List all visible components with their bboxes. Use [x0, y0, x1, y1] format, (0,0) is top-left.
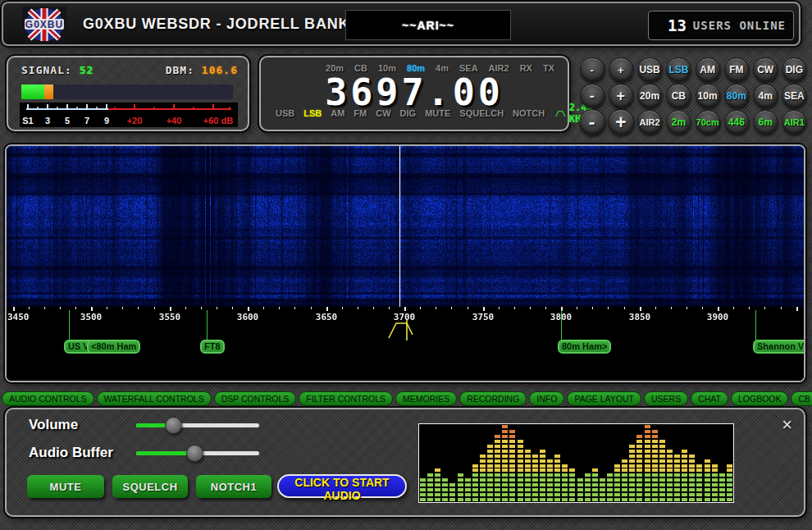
users-online-label: USERS ONLINE	[693, 19, 786, 32]
round-button-sea[interactable]: SEA	[782, 84, 806, 108]
tune-minus-row1[interactable]: -	[580, 57, 604, 82]
banner-box: ~~ARI~~	[345, 10, 511, 40]
round-button-usb[interactable]: USB	[637, 57, 662, 82]
waterfall-canvas[interactable]	[7, 146, 804, 307]
round-button-cb[interactable]: CB	[666, 84, 691, 108]
tab-logbook[interactable]: LOGBOOK	[731, 391, 789, 406]
mode-indicator-cw[interactable]: CW	[376, 108, 390, 118]
svg-text:5: 5	[65, 116, 70, 126]
mode-indicator-usb[interactable]: USB	[276, 108, 294, 118]
svg-text:+60 dB: +60 dB	[203, 116, 233, 126]
tune-minus-row3[interactable]: -	[579, 109, 605, 135]
audio-buffer-slider-thumb[interactable]	[186, 445, 203, 462]
audio-controls-panel: Volume Audio Buffer MUTE SQUELCH NOTCH1 …	[5, 408, 805, 517]
tab-cb-codes[interactable]: CB CODES	[791, 391, 812, 406]
header-bar: G0XBU G0XBU WEBSDR - JODRELL BANK ~~ARI~…	[2, 2, 801, 46]
passband-marker-icon	[387, 318, 418, 341]
tune-minus-row2[interactable]: -	[580, 84, 604, 108]
svg-text:9: 9	[104, 116, 109, 126]
signal-bar-green-segment	[21, 85, 44, 99]
station-label-line-shannon-volme	[755, 310, 756, 340]
round-button-80m[interactable]: 80m	[724, 84, 749, 108]
tab-chat[interactable]: CHAT	[691, 391, 728, 406]
audio-buffer-label: Audio Buffer	[29, 445, 113, 461]
tab-info[interactable]: INFO	[529, 391, 564, 406]
mode-indicator-notch[interactable]: NOTCH	[513, 108, 545, 118]
mode-indicator-lsb[interactable]: LSB	[303, 108, 322, 118]
s-meter-scale-graphic: S13579+20+40+60 dB	[20, 103, 238, 127]
band-button-grid: -+USBLSBAMFMCWDIG-+20mCB10m80m4mSEA-+AIR…	[577, 57, 809, 135]
tuning-cursor-line	[399, 146, 400, 307]
dbm-label: DBM:	[166, 64, 194, 76]
round-button-4m[interactable]: 4m	[753, 84, 778, 108]
tab-recording[interactable]: RECORDING	[459, 391, 527, 406]
mode-indicator-row: USBLSBAMFMCWDIGMUTESQUELCHNOTCH 2.40 KHZ	[276, 102, 564, 125]
signal-meter-panel: SIGNAL: 52 DBM: 106.6 S13579+20+40+60 dB	[7, 56, 249, 131]
round-button-6m[interactable]: 6m	[753, 110, 778, 135]
waterfall-display[interactable]	[7, 146, 804, 307]
audio-spectrum-canvas	[419, 424, 733, 502]
mode-indicator-squelch[interactable]: SQUELCH	[459, 108, 504, 118]
control-tab-strip: AUDIO CONTROLSWATERFALL CONTROLSDSP CONT…	[2, 391, 812, 406]
dbm-readout: DBM: 106.6	[166, 64, 238, 76]
station-label-shannon-volme[interactable]: Shannon Volme	[753, 340, 805, 354]
tab-audio-controls[interactable]: AUDIO CONTROLS	[2, 391, 94, 406]
station-label-line-ft8	[207, 310, 208, 340]
round-button-air2[interactable]: AIR2	[637, 110, 662, 135]
volume-slider-thumb[interactable]	[165, 417, 182, 434]
round-button-fm[interactable]: FM	[724, 57, 749, 82]
tune-plus-row3[interactable]: +	[608, 109, 634, 135]
svg-text:S1: S1	[22, 116, 33, 126]
tab-users[interactable]: USERS	[644, 391, 688, 406]
squelch-button[interactable]: SQUELCH	[112, 475, 188, 498]
round-button-10m[interactable]: 10m	[696, 84, 720, 108]
frequency-scale[interactable]: US Vo<80m HamFT880m Ham>Shannon Volme	[7, 307, 804, 381]
signal-bar-orange-segment	[44, 85, 52, 99]
tab-waterfall-controls[interactable]: WATERFALL CONTROLS	[97, 391, 212, 406]
union-jack-logo-icon: G0XBU	[22, 7, 66, 43]
close-icon[interactable]: ×	[782, 416, 792, 434]
round-button-cw[interactable]: CW	[753, 57, 778, 82]
signal-readout-row: SIGNAL: 52 DBM: 106.6	[21, 64, 238, 76]
dbm-value: 106.6	[202, 64, 238, 76]
notch1-button[interactable]: NOTCH1	[196, 475, 271, 498]
frequency-panel: 20mCB10m80m4mSEAAIR2RXTX 3697.00 USBLSBA…	[259, 56, 569, 131]
round-button-lsb[interactable]: LSB	[666, 57, 691, 82]
round-button-air1[interactable]: AIR1	[782, 110, 806, 135]
mode-indicator-fm[interactable]: FM	[354, 108, 367, 118]
start-audio-button[interactable]: CLICK TO START AUDIO	[277, 474, 407, 498]
waterfall-panel: US Vo<80m HamFT880m Ham>Shannon Volme	[5, 144, 805, 382]
round-button-2m[interactable]: 2m	[666, 110, 691, 135]
mute-button[interactable]: MUTE	[27, 475, 104, 498]
tune-plus-row1[interactable]: +	[609, 57, 633, 82]
tab-page-layout[interactable]: PAGE LAYOUT	[567, 391, 641, 406]
round-button-70cm[interactable]: 70cm	[696, 110, 720, 135]
s-meter-scale: S13579+20+40+60 dB	[20, 103, 238, 127]
svg-text:+20: +20	[127, 116, 143, 126]
users-online-display: 13 USERS ONLINE	[648, 11, 794, 40]
svg-text:+40: +40	[167, 116, 182, 126]
volume-slider[interactable]	[136, 423, 259, 427]
station-label-ft8[interactable]: FT8	[200, 340, 225, 354]
round-button-20m[interactable]: 20m	[637, 84, 662, 108]
station-label-80m-ham[interactable]: 80m Ham>	[558, 340, 611, 354]
logo-callsign: G0XBU	[25, 19, 63, 30]
mode-indicator-am[interactable]: AM	[331, 108, 344, 118]
svg-text:7: 7	[84, 116, 89, 126]
signal-label: SIGNAL:	[21, 64, 72, 76]
station-logo: G0XBU	[22, 7, 66, 43]
round-button-dig[interactable]: DIG	[782, 57, 806, 82]
mode-indicator-mute[interactable]: MUTE	[425, 108, 450, 118]
mode-indicator-dig[interactable]: DIG	[400, 108, 417, 118]
users-online-count: 13	[668, 16, 687, 34]
station-label-80m-ham[interactable]: <80m Ham	[87, 340, 140, 354]
tab-filter-controls[interactable]: FILTER CONTROLS	[299, 391, 393, 406]
round-button-446[interactable]: 446	[724, 110, 749, 135]
round-button-am[interactable]: AM	[696, 57, 720, 82]
tab-memories[interactable]: MEMORIES	[395, 391, 457, 406]
station-label-line-us-vo	[69, 310, 70, 340]
audio-buffer-slider[interactable]	[136, 451, 259, 455]
tune-plus-row2[interactable]: +	[609, 84, 633, 108]
banner-text: ~~ARI~~	[402, 19, 454, 32]
tab-dsp-controls[interactable]: DSP CONTROLS	[214, 391, 297, 406]
